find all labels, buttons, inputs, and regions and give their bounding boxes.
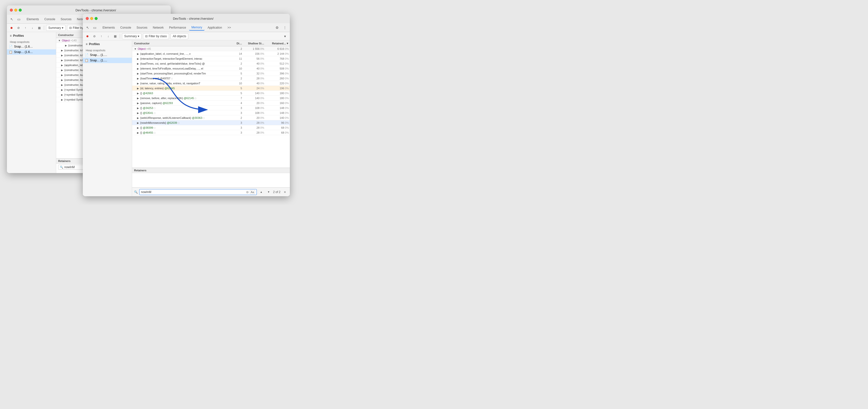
tab-elements-1[interactable]: Elements xyxy=(24,17,41,22)
table-row[interactable]: ▶ {interactionTarget, interactionTargetE… xyxy=(132,56,290,61)
tree-arrow: ▶ xyxy=(61,64,63,66)
table-row[interactable]: ▶ {remove, before, after, replaceWith} @… xyxy=(132,96,290,100)
row-retained: 68 0% xyxy=(265,126,290,129)
match-case-btn[interactable]: Aa xyxy=(250,190,255,194)
tree-arrow: ▶ xyxy=(137,67,139,70)
more-icon-2[interactable]: ⋮ xyxy=(282,25,288,31)
download-btn-2[interactable]: ↓ xyxy=(105,33,111,39)
all-objects-label-2: All objects xyxy=(173,34,186,38)
heap-btn-1[interactable]: ▦ xyxy=(36,25,42,31)
table-row[interactable]: ▶ {} @42663 5 140 0% 180 0% xyxy=(132,91,290,96)
all-objects-dropdown-2[interactable]: All objects xyxy=(170,33,189,39)
table-row-highlighted[interactable]: ▶ {id, latency, entries} @62345 5 24 0% … xyxy=(132,86,290,91)
filter-btn-2[interactable]: ⊟ Filter by class xyxy=(143,33,169,39)
tab-console-2[interactable]: Console xyxy=(118,25,133,30)
row-distance: 3 xyxy=(228,121,243,124)
search-input-2[interactable] xyxy=(141,190,245,194)
retainers-title-2: Retainers xyxy=(132,168,290,173)
clear-btn-1[interactable]: ⊘ xyxy=(16,25,21,31)
table-row[interactable]: ▶ {} @38399 □ 3 28 0% 68 0% xyxy=(132,125,290,130)
table-row[interactable]: ▶ {loadTimes, csi, send, getVariableValu… xyxy=(132,61,290,66)
title-bar-1: DevTools - chrome://version/ xyxy=(7,5,171,15)
tree-arrow: ▶ xyxy=(137,77,139,80)
heap-btn-2[interactable]: ▦ xyxy=(113,33,118,39)
sep-2 xyxy=(120,34,120,38)
tab-sources-2[interactable]: Sources xyxy=(134,25,150,30)
tree-arrow: ▶ xyxy=(61,84,63,86)
table-row[interactable]: ▶ {name, value, rating, delta, entries, … xyxy=(132,81,290,86)
record-btn-1[interactable]: ⏺ xyxy=(9,25,14,31)
summary-dropdown-2[interactable]: Summary ▾ xyxy=(122,33,142,39)
tab-performance-2[interactable]: Performance xyxy=(166,25,189,30)
tab-network-2[interactable]: Network xyxy=(150,25,166,30)
dropdown-arrow-1: ▾ xyxy=(62,26,63,30)
tab-application-2[interactable]: Application xyxy=(205,25,224,30)
row-retained: 148 0% xyxy=(265,111,290,114)
tab-memory-2[interactable]: Memory xyxy=(189,25,205,31)
snap-icon-2-1: 📄 xyxy=(85,53,89,57)
row-retained: 196 0% xyxy=(265,87,290,90)
tab-more-2[interactable]: >> xyxy=(225,25,234,30)
minimize-button-1[interactable] xyxy=(14,9,17,11)
table-row[interactable]: ▶ {passive, capture} @62293 4 20 0% 160 … xyxy=(132,100,290,106)
row-retained: 396 0% xyxy=(265,72,290,75)
row-retained: 96 0% xyxy=(265,121,290,124)
snap-item-2-2[interactable]: 📋 Snap… (1…. xyxy=(83,58,132,63)
tree-arrow: ▶ xyxy=(61,93,63,96)
download-btn-1[interactable]: ↓ xyxy=(30,25,35,31)
row-retained: 260 0% xyxy=(265,77,290,80)
clear-btn-2[interactable]: ⊘ xyxy=(92,33,97,39)
cursor-icon-1[interactable]: ↖ xyxy=(9,16,15,22)
table-row-selected[interactable]: ▶ {nowInMicroseconds} @62039 □ 3 28 0% 9… xyxy=(132,120,290,125)
table-row[interactable]: ▶ {} @46455 □ 3 28 0% 68 0% xyxy=(132,130,290,135)
table-row[interactable]: ▶ {loadTimes, csi} @49707 □ 2 28 0% 260 … xyxy=(132,76,290,81)
clear-search-icon[interactable]: ⊗ xyxy=(246,190,249,194)
tree-open-arrow: ▼ xyxy=(134,48,136,50)
table-row[interactable]: ▶ {element, timeToFirstByte, resourceLoa… xyxy=(132,66,290,71)
object-name-2: Object xyxy=(138,47,146,50)
device-icon-1[interactable]: ▭ xyxy=(16,16,22,22)
upload-btn-1[interactable]: ↑ xyxy=(23,25,28,31)
next-result-btn[interactable]: ▼ xyxy=(266,189,272,195)
maximize-button-2[interactable] xyxy=(95,17,98,20)
row-shallow: 28 0% xyxy=(243,126,265,129)
tree-arrow: ▶ xyxy=(65,44,67,47)
tree-arrow: ▶ xyxy=(61,59,63,62)
settings-icon-2[interactable]: ⚙ xyxy=(274,25,280,31)
col-distance-header-2: Di… xyxy=(228,42,243,45)
cursor-icon-2[interactable]: ↖ xyxy=(85,25,91,31)
device-icon-2[interactable]: ▭ xyxy=(92,25,98,31)
tab-bar-2: ↖ ▭ Elements Console Sources Network Per… xyxy=(83,23,290,32)
maximize-button-1[interactable] xyxy=(19,9,22,11)
table-row[interactable]: ▶ {} @34253 □ 3 108 0% 148 0% xyxy=(132,106,290,111)
table-row[interactable]: ▶ {} @53541 □ 3 108 0% 148 0% xyxy=(132,111,290,115)
snap-item-1-2[interactable]: 📋 Snap… (1.6… xyxy=(7,49,56,55)
tab-sources-1[interactable]: Sources xyxy=(58,17,74,22)
close-button-1[interactable] xyxy=(10,9,13,11)
tab-elements-2[interactable]: Elements xyxy=(100,25,117,30)
sort-dropdown-2[interactable]: ▾ xyxy=(282,33,288,39)
row-constructor: ▼ Object ×45 xyxy=(132,47,228,50)
row-constructor: ▶ {application_label, cl, command_line, … xyxy=(132,52,228,55)
close-button-2[interactable] xyxy=(86,17,89,20)
profiles-label-1: Profiles xyxy=(13,34,24,37)
table-row[interactable]: ▶ {webUIResponse, webUIListenerCallback}… xyxy=(132,115,290,120)
row-distance: 3 xyxy=(228,126,243,129)
record-btn-2[interactable]: ⏺ xyxy=(85,33,90,39)
table-header-2: Constructor Di… Shallow Si… Retained…▼ xyxy=(132,40,290,46)
snap-item-2-1[interactable]: 📄 Snap… (1…. xyxy=(83,52,132,58)
summary-dropdown-1[interactable]: Summary ▾ xyxy=(46,25,66,31)
tab-console-1[interactable]: Console xyxy=(42,17,58,22)
table-row[interactable]: ▶ {application_label, cl, command_line, … xyxy=(132,51,290,56)
dropdown-arrow-2: ▾ xyxy=(138,34,139,38)
close-search-btn[interactable]: × xyxy=(282,189,288,195)
prev-result-btn[interactable]: ▲ xyxy=(258,189,264,195)
minimize-button-2[interactable] xyxy=(90,17,93,20)
table-row[interactable]: ▶ {startTime, processingStart, processin… xyxy=(132,71,290,76)
snap-item-1-1[interactable]: 📄 Snap… (1.6… xyxy=(7,44,56,49)
upload-btn-2[interactable]: ↑ xyxy=(99,33,104,39)
table-row[interactable]: ▼ Object ×45 2 1 556 0% 6 616 0% xyxy=(132,46,290,51)
filter-label-2: Filter by class xyxy=(149,34,166,38)
search-input-wrap-2: ⊗ Aa xyxy=(139,189,257,195)
row-shallow: 108 0% xyxy=(243,107,265,110)
